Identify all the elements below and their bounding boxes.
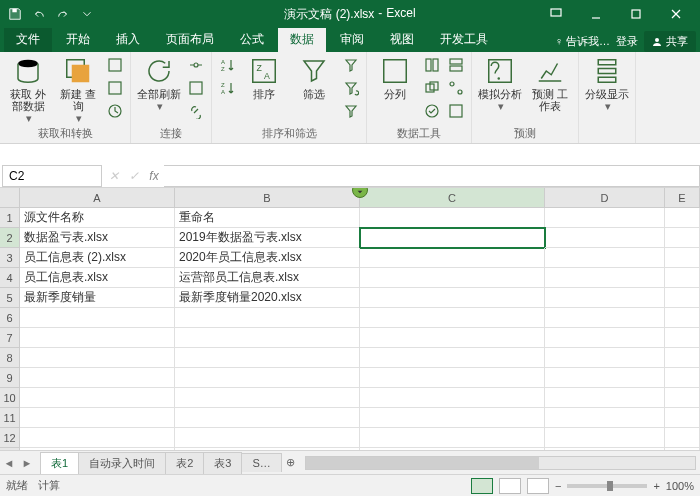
maximize-button[interactable] <box>616 0 656 28</box>
cell[interactable] <box>665 368 700 388</box>
sheet-tab[interactable]: 表3 <box>203 452 242 474</box>
sort-button[interactable]: ZA排序 <box>240 54 288 102</box>
cell[interactable]: 重命名 <box>175 208 360 228</box>
outline-button[interactable]: 分级显示▾ <box>583 54 631 114</box>
cell[interactable] <box>545 288 665 308</box>
cell[interactable]: 最新季度销量2020.xlsx <box>175 288 360 308</box>
manage-data-model-button[interactable] <box>445 100 467 122</box>
name-box[interactable] <box>2 165 102 187</box>
tab-home[interactable]: 开始 <box>54 27 102 52</box>
column-header[interactable]: B <box>175 188 360 208</box>
cell[interactable] <box>360 328 545 348</box>
tab-review[interactable]: 审阅 <box>328 27 376 52</box>
cell[interactable] <box>360 228 545 248</box>
cell[interactable] <box>665 248 700 268</box>
connections-button[interactable] <box>185 54 207 76</box>
properties-button[interactable] <box>185 77 207 99</box>
cell[interactable] <box>665 348 700 368</box>
filter-button[interactable]: 筛选 <box>290 54 338 102</box>
qat-customize[interactable] <box>76 3 98 25</box>
horizontal-scrollbar[interactable] <box>305 456 696 470</box>
cell[interactable] <box>175 428 360 448</box>
reapply-button[interactable] <box>340 77 362 99</box>
cell[interactable] <box>360 348 545 368</box>
remove-dupes-button[interactable] <box>421 77 443 99</box>
row-header[interactable]: 13 <box>0 448 20 450</box>
cell[interactable] <box>360 268 545 288</box>
row-header[interactable]: 4 <box>0 268 20 288</box>
cell[interactable] <box>175 388 360 408</box>
signin[interactable]: 登录 <box>616 34 638 49</box>
column-header[interactable]: A <box>20 188 175 208</box>
column-header[interactable]: D <box>545 188 665 208</box>
row-header[interactable]: 7 <box>0 328 20 348</box>
undo-button[interactable] <box>28 3 50 25</box>
cell[interactable] <box>360 368 545 388</box>
cell[interactable] <box>175 448 360 450</box>
normal-view-button[interactable] <box>471 478 493 494</box>
cell[interactable] <box>175 308 360 328</box>
cell[interactable] <box>545 448 665 450</box>
cell[interactable] <box>360 388 545 408</box>
cell[interactable] <box>545 208 665 228</box>
cell[interactable]: 运营部员工信息表.xlsx <box>175 268 360 288</box>
fx-icon[interactable]: fx <box>144 166 164 186</box>
cell[interactable]: 员工信息表.xlsx <box>20 268 175 288</box>
tab-layout[interactable]: 页面布局 <box>154 27 226 52</box>
tab-nav-next[interactable]: ► <box>18 454 36 472</box>
sheet-tab[interactable]: 表2 <box>165 452 204 474</box>
formula-bar[interactable] <box>164 165 700 187</box>
tab-developer[interactable]: 开发工具 <box>428 27 500 52</box>
redo-button[interactable] <box>52 3 74 25</box>
cell[interactable] <box>545 328 665 348</box>
cell[interactable] <box>360 428 545 448</box>
close-button[interactable] <box>656 0 696 28</box>
worksheet[interactable]: ABCDE1源文件名称重命名2数据盈亏表.xlsx2019年数据盈亏表.xlsx… <box>0 188 700 450</box>
refresh-all-button[interactable]: 全部刷新▾ <box>135 54 183 114</box>
sheet-tab[interactable]: 表1 <box>40 452 79 474</box>
cell[interactable] <box>545 428 665 448</box>
cell[interactable] <box>175 348 360 368</box>
sort-za-button[interactable]: ZA <box>216 77 238 99</box>
tell-me[interactable]: ♀ 告诉我… <box>555 34 610 49</box>
cell[interactable] <box>545 248 665 268</box>
row-header[interactable]: 10 <box>0 388 20 408</box>
cell[interactable] <box>20 448 175 450</box>
page-layout-view-button[interactable] <box>499 478 521 494</box>
cell[interactable] <box>545 368 665 388</box>
get-external-data-button[interactable]: 获取 外部数据▾ <box>4 54 52 126</box>
cell[interactable] <box>665 428 700 448</box>
zoom-out-button[interactable]: − <box>555 480 561 492</box>
cell[interactable] <box>545 268 665 288</box>
clear-filter-button[interactable] <box>340 54 362 76</box>
zoom-in-button[interactable]: + <box>653 480 659 492</box>
forecast-sheet-button[interactable]: 预测 工作表 <box>526 54 574 114</box>
save-button[interactable] <box>4 3 26 25</box>
cell[interactable] <box>175 408 360 428</box>
cell[interactable] <box>665 208 700 228</box>
cell[interactable] <box>360 208 545 228</box>
column-header[interactable]: C <box>360 188 545 208</box>
advanced-filter-button[interactable] <box>340 100 362 122</box>
what-if-button[interactable]: 模拟分析▾ <box>476 54 524 114</box>
sheet-tab[interactable]: 自动录入时间 <box>78 452 166 474</box>
zoom-slider[interactable] <box>567 484 647 488</box>
row-header[interactable]: 2 <box>0 228 20 248</box>
cell[interactable] <box>360 308 545 328</box>
cell[interactable]: 员工信息表 (2).xlsx <box>20 248 175 268</box>
tab-formulas[interactable]: 公式 <box>228 27 276 52</box>
flash-fill-button[interactable] <box>421 54 443 76</box>
cell[interactable] <box>175 328 360 348</box>
data-validation-button[interactable] <box>421 100 443 122</box>
row-header[interactable]: 8 <box>0 348 20 368</box>
cell[interactable] <box>665 408 700 428</box>
text-to-columns-button[interactable]: 分列 <box>371 54 419 102</box>
tab-insert[interactable]: 插入 <box>104 27 152 52</box>
sort-az-button[interactable]: AZ <box>216 54 238 76</box>
new-sheet-button[interactable]: ⊕ <box>281 456 301 469</box>
cell[interactable] <box>545 228 665 248</box>
tab-view[interactable]: 视图 <box>378 27 426 52</box>
cell[interactable] <box>20 408 175 428</box>
consolidate-button[interactable] <box>445 54 467 76</box>
select-all-corner[interactable] <box>0 188 20 208</box>
